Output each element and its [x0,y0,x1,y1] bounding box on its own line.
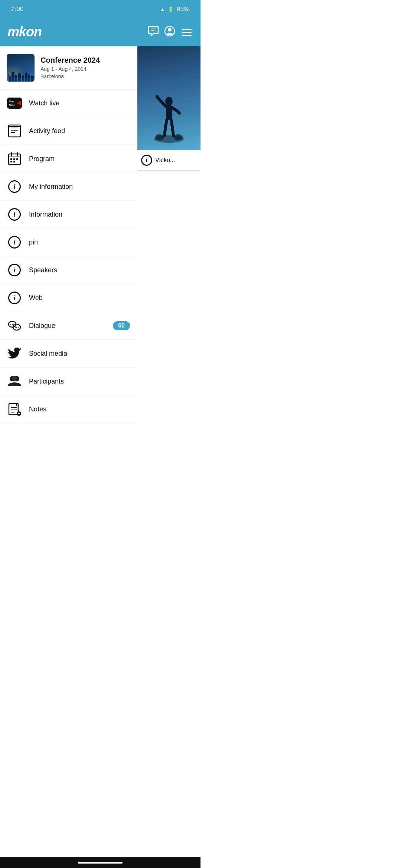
svg-rect-33 [13,161,15,162]
svg-point-35 [10,324,12,325]
svg-text:mkon: mkon [7,24,42,39]
participants-label: Participants [29,378,64,385]
top-action-icons [148,26,193,39]
program-label: Program [29,155,55,163]
conference-info: Conference 2024 Aug 1 - Aug 4, 2024 Barc… [40,56,100,79]
menu-item-information[interactable]: i Information [0,201,137,228]
conference-location: Barcelona [40,73,100,79]
svg-rect-32 [10,161,12,162]
svg-rect-8 [13,70,13,72]
conference-image [7,54,35,82]
menu-item-program[interactable]: Program [0,145,137,173]
feed-icon [7,123,22,139]
battery-percent: 93% [177,6,189,13]
pin-icon: i [7,234,22,250]
battery-icon: 🔋 [168,7,174,12]
menu-item-activity-feed[interactable]: Activity feed [0,117,137,145]
svg-rect-30 [13,158,15,160]
conference-image-inner [7,54,35,82]
conference-name: Conference 2024 [40,56,100,65]
svg-text:Tube: Tube [9,104,15,106]
conference-dates: Aug 1 - Aug 4, 2024 [40,66,100,72]
hero-image [137,46,200,150]
my-information-label: My information [29,183,73,191]
status-right-icons: 🔋 93% [160,6,189,13]
svg-point-36 [12,324,13,325]
hamburger-line-2 [182,32,192,33]
svg-point-44 [12,376,17,381]
svg-point-4 [168,28,172,32]
web-label: Web [29,294,43,302]
svg-text:You: You [9,100,14,103]
sidebar: Conference 2024 Aug 1 - Aug 4, 2024 Barc… [0,46,137,423]
menu-item-notes[interactable]: Notes [0,395,137,423]
my-info-icon: i [7,179,22,194]
notes-icon [7,401,22,417]
menu-item-participants[interactable]: Participants [0,368,137,395]
chat-icon[interactable] [148,26,159,39]
welcome-info-icon: i [141,155,152,166]
menu-item-dialogue[interactable]: Dialogue 60 [0,312,137,340]
hamburger-line-1 [182,29,192,30]
menu-item-web[interactable]: i Web [0,284,137,312]
app-logo: mkon [7,24,143,42]
top-bar: mkon [0,19,200,46]
activity-feed-label: Activity feed [29,127,65,135]
svg-rect-31 [16,158,18,160]
dialogue-label: Dialogue [29,322,55,330]
watch-live-label: Watch live [29,99,59,107]
youtube-icon: You Tube [7,95,22,111]
svg-point-39 [15,327,16,328]
welcome-text: Välko... [155,157,175,164]
svg-point-41 [18,327,19,328]
social-media-icon [7,346,22,361]
dialogue-badge: 60 [113,321,130,330]
menu-list: You Tube Watch live [0,89,137,423]
menu-item-watch-live[interactable]: You Tube Watch live [0,89,137,117]
time-display: 2:00 [11,6,23,13]
svg-point-56 [154,135,184,143]
speakers-label: Speakers [29,266,57,274]
menu-item-pin[interactable]: i pin [0,228,137,256]
wifi-icon [160,6,165,13]
svg-rect-6 [8,74,9,76]
main-layout: Conference 2024 Aug 1 - Aug 4, 2024 Barc… [0,46,200,423]
menu-item-social-media[interactable]: Social media [0,340,137,368]
hamburger-line-3 [182,35,192,36]
social-media-label: Social media [29,350,67,358]
calendar-icon [7,151,22,167]
svg-point-52 [165,97,173,106]
information-icon: i [7,207,22,222]
menu-item-my-information[interactable]: i My information [0,173,137,201]
web-icon: i [7,290,22,306]
status-bar: 2:00 🔋 93% [0,0,200,19]
svg-point-40 [16,327,17,328]
hamburger-menu[interactable] [180,27,193,37]
svg-rect-29 [10,158,12,160]
welcome-info-bar: i Välko... [137,150,200,171]
conference-header: Conference 2024 Aug 1 - Aug 4, 2024 Barc… [0,46,137,89]
pin-label: pin [29,239,38,246]
profile-icon[interactable] [164,26,175,39]
participants-icon [7,374,22,389]
speakers-icon: i [7,262,22,278]
information-label: Information [29,211,62,218]
dialogue-icon [7,318,22,333]
menu-item-speakers[interactable]: i Speakers [0,256,137,284]
svg-rect-15 [7,78,35,82]
notes-label: Notes [29,405,46,413]
right-panel: i Välko... [137,46,200,171]
